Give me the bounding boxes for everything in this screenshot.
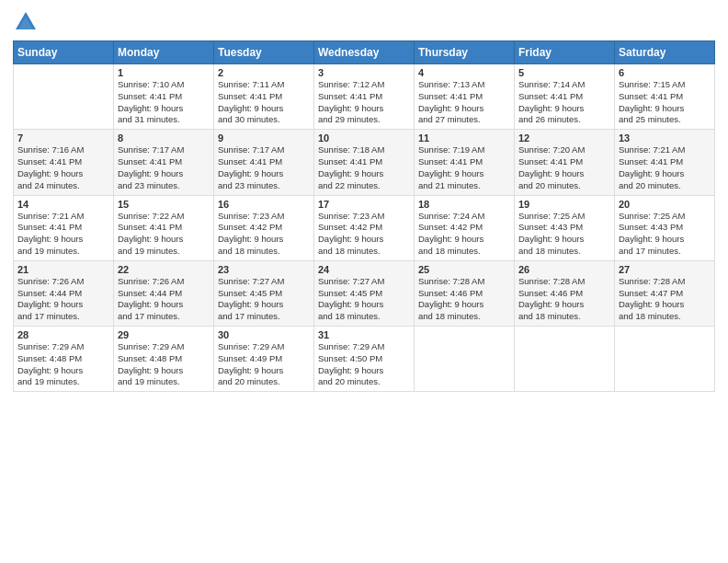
day-info: Sunrise: 7:17 AMSunset: 4:41 PMDaylight:… [218,144,310,191]
day-info: Sunrise: 7:25 AMSunset: 4:43 PMDaylight:… [619,211,711,258]
day-info: Sunrise: 7:29 AMSunset: 4:50 PMDaylight:… [318,341,410,388]
calendar-cell: 3Sunrise: 7:12 AMSunset: 4:41 PMDaylight… [314,64,415,130]
day-info: Sunrise: 7:11 AMSunset: 4:41 PMDaylight:… [218,79,310,126]
calendar-header-wednesday: Wednesday [314,41,415,64]
calendar-cell: 8Sunrise: 7:17 AMSunset: 4:41 PMDaylight… [114,130,214,195]
day-info: Sunrise: 7:21 AMSunset: 4:41 PMDaylight:… [17,211,109,258]
calendar-cell: 12Sunrise: 7:20 AMSunset: 4:41 PMDayligh… [515,130,615,195]
day-info: Sunrise: 7:29 AMSunset: 4:48 PMDaylight:… [118,341,210,388]
calendar-header-row: SundayMondayTuesdayWednesdayThursdayFrid… [14,41,715,64]
day-number: 30 [218,329,310,340]
calendar-cell: 26Sunrise: 7:28 AMSunset: 4:46 PMDayligh… [515,260,615,326]
calendar-header-friday: Friday [515,41,615,64]
day-info: Sunrise: 7:26 AMSunset: 4:44 PMDaylight:… [118,276,210,323]
calendar-table: SundayMondayTuesdayWednesdayThursdayFrid… [13,40,715,392]
calendar-header-tuesday: Tuesday [214,41,314,64]
calendar-header-saturday: Saturday [615,41,715,64]
day-info: Sunrise: 7:13 AMSunset: 4:41 PMDaylight:… [418,79,510,126]
logo-icon [13,9,39,35]
calendar-cell: 31Sunrise: 7:29 AMSunset: 4:50 PMDayligh… [314,327,415,392]
day-number: 28 [17,329,109,340]
calendar-cell: 10Sunrise: 7:18 AMSunset: 4:41 PMDayligh… [314,130,415,195]
calendar-cell: 2Sunrise: 7:11 AMSunset: 4:41 PMDaylight… [214,64,314,130]
calendar-cell: 29Sunrise: 7:29 AMSunset: 4:48 PMDayligh… [114,327,214,392]
day-number: 23 [218,264,310,275]
day-info: Sunrise: 7:16 AMSunset: 4:41 PMDaylight:… [17,144,109,191]
day-number: 14 [17,199,109,210]
calendar-cell: 27Sunrise: 7:28 AMSunset: 4:47 PMDayligh… [615,260,715,326]
day-number: 7 [17,132,109,144]
day-number: 27 [619,264,711,275]
calendar-cell: 23Sunrise: 7:27 AMSunset: 4:45 PMDayligh… [214,260,314,326]
calendar-cell [415,327,515,392]
day-number: 12 [518,132,610,144]
day-info: Sunrise: 7:20 AMSunset: 4:41 PMDaylight:… [518,144,610,191]
calendar-cell [615,327,715,392]
calendar-cell: 22Sunrise: 7:26 AMSunset: 4:44 PMDayligh… [114,260,214,326]
calendar-header-thursday: Thursday [415,41,515,64]
calendar-cell: 4Sunrise: 7:13 AMSunset: 4:41 PMDaylight… [415,64,515,130]
day-number: 19 [518,199,610,210]
calendar-cell [515,327,615,392]
day-info: Sunrise: 7:23 AMSunset: 4:42 PMDaylight:… [218,211,310,258]
calendar-week-row: 21Sunrise: 7:26 AMSunset: 4:44 PMDayligh… [14,260,715,326]
day-number: 26 [518,264,610,275]
calendar-cell: 7Sunrise: 7:16 AMSunset: 4:41 PMDaylight… [14,130,114,195]
day-info: Sunrise: 7:21 AMSunset: 4:41 PMDaylight:… [619,144,711,191]
calendar-cell: 20Sunrise: 7:25 AMSunset: 4:43 PMDayligh… [615,195,715,260]
day-info: Sunrise: 7:12 AMSunset: 4:41 PMDaylight:… [318,79,410,126]
calendar-cell: 19Sunrise: 7:25 AMSunset: 4:43 PMDayligh… [515,195,615,260]
day-number: 21 [17,264,109,275]
calendar-cell: 9Sunrise: 7:17 AMSunset: 4:41 PMDaylight… [214,130,314,195]
day-info: Sunrise: 7:26 AMSunset: 4:44 PMDaylight:… [17,276,109,323]
day-number: 29 [118,329,210,340]
day-number: 8 [118,132,210,144]
day-info: Sunrise: 7:25 AMSunset: 4:43 PMDaylight:… [518,211,610,258]
calendar-cell: 5Sunrise: 7:14 AMSunset: 4:41 PMDaylight… [515,64,615,130]
calendar-header-sunday: Sunday [14,41,114,64]
calendar-cell: 6Sunrise: 7:15 AMSunset: 4:41 PMDaylight… [615,64,715,130]
day-info: Sunrise: 7:14 AMSunset: 4:41 PMDaylight:… [518,79,610,126]
day-info: Sunrise: 7:27 AMSunset: 4:45 PMDaylight:… [318,276,410,323]
calendar-header-monday: Monday [114,41,214,64]
calendar-cell: 21Sunrise: 7:26 AMSunset: 4:44 PMDayligh… [14,260,114,326]
calendar-cell: 24Sunrise: 7:27 AMSunset: 4:45 PMDayligh… [314,260,415,326]
calendar-cell: 14Sunrise: 7:21 AMSunset: 4:41 PMDayligh… [14,195,114,260]
day-info: Sunrise: 7:29 AMSunset: 4:48 PMDaylight:… [17,341,109,388]
day-number: 10 [318,132,410,144]
day-number: 13 [619,132,711,144]
day-number: 5 [518,67,610,78]
day-number: 9 [218,132,310,144]
day-info: Sunrise: 7:29 AMSunset: 4:49 PMDaylight:… [218,341,310,388]
day-info: Sunrise: 7:24 AMSunset: 4:42 PMDaylight:… [418,211,510,258]
day-info: Sunrise: 7:23 AMSunset: 4:42 PMDaylight:… [318,211,410,258]
day-number: 18 [418,199,510,210]
calendar-cell: 28Sunrise: 7:29 AMSunset: 4:48 PMDayligh… [14,327,114,392]
day-info: Sunrise: 7:15 AMSunset: 4:41 PMDaylight:… [619,79,711,126]
calendar-cell: 16Sunrise: 7:23 AMSunset: 4:42 PMDayligh… [214,195,314,260]
day-number: 4 [418,67,510,78]
calendar-week-row: 28Sunrise: 7:29 AMSunset: 4:48 PMDayligh… [14,327,715,392]
day-info: Sunrise: 7:28 AMSunset: 4:47 PMDaylight:… [619,276,711,323]
day-info: Sunrise: 7:17 AMSunset: 4:41 PMDaylight:… [118,144,210,191]
day-number: 20 [619,199,711,210]
header [13,9,715,35]
logo [13,9,42,35]
calendar-cell [14,64,114,130]
day-number: 11 [418,132,510,144]
day-info: Sunrise: 7:10 AMSunset: 4:41 PMDaylight:… [118,79,210,126]
day-number: 1 [118,67,210,78]
calendar-cell: 25Sunrise: 7:28 AMSunset: 4:46 PMDayligh… [415,260,515,326]
day-number: 22 [118,264,210,275]
day-number: 24 [318,264,410,275]
calendar-week-row: 14Sunrise: 7:21 AMSunset: 4:41 PMDayligh… [14,195,715,260]
day-number: 15 [118,199,210,210]
day-info: Sunrise: 7:28 AMSunset: 4:46 PMDaylight:… [418,276,510,323]
calendar-cell: 15Sunrise: 7:22 AMSunset: 4:41 PMDayligh… [114,195,214,260]
calendar-week-row: 7Sunrise: 7:16 AMSunset: 4:41 PMDaylight… [14,130,715,195]
day-info: Sunrise: 7:18 AMSunset: 4:41 PMDaylight:… [318,144,410,191]
day-info: Sunrise: 7:27 AMSunset: 4:45 PMDaylight:… [218,276,310,323]
calendar-week-row: 1Sunrise: 7:10 AMSunset: 4:41 PMDaylight… [14,64,715,130]
day-number: 16 [218,199,310,210]
page: SundayMondayTuesdayWednesdayThursdayFrid… [0,0,728,563]
